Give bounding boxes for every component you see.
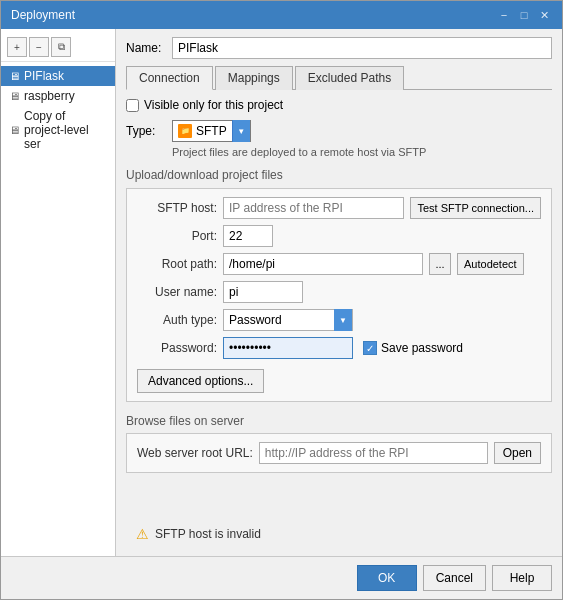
web-root-row: Web server root URL: Open — [137, 442, 541, 464]
type-dropdown-btn[interactable]: ▼ — [232, 120, 250, 142]
sidebar-item-label: PIFlask — [24, 69, 64, 83]
browse-form: Web server root URL: Open — [126, 433, 552, 473]
upload-form-section: SFTP host: Test SFTP connection... Port:… — [126, 188, 552, 402]
dialog-footer: OK Cancel Help — [1, 556, 562, 599]
test-sftp-button[interactable]: Test SFTP connection... — [410, 197, 541, 219]
status-bar: ⚠ SFTP host is invalid — [126, 520, 552, 548]
title-controls: − □ ✕ — [496, 7, 552, 23]
sidebar-toolbar: + − ⧉ — [1, 33, 115, 62]
advanced-options-button[interactable]: Advanced options... — [137, 369, 264, 393]
server-icon: 🖥 — [9, 124, 20, 136]
sidebar-item-label: raspberry — [24, 89, 75, 103]
save-password-checkbox[interactable]: ✓ — [363, 341, 377, 355]
tab-connection[interactable]: Connection — [126, 66, 213, 90]
type-label: Type: — [126, 124, 166, 138]
tab-excluded-paths[interactable]: Excluded Paths — [295, 66, 404, 90]
root-path-input[interactable] — [223, 253, 423, 275]
dialog-body: + − ⧉ 🖥 PIFlask 🖥 raspberry 🖥 Copy of pr… — [1, 29, 562, 556]
auth-type-value: Password — [224, 313, 334, 327]
sftp-host-row: SFTP host: Test SFTP connection... — [137, 197, 541, 219]
save-password-row: ✓ Save password — [363, 341, 463, 355]
open-button[interactable]: Open — [494, 442, 541, 464]
port-label: Port: — [137, 229, 217, 243]
visible-only-row: Visible only for this project — [126, 98, 552, 112]
upload-section-label: Upload/download project files — [126, 168, 552, 182]
password-label: Password: — [137, 341, 217, 355]
sftp-icon: 📁 — [178, 124, 192, 138]
browse-section-label: Browse files on server — [126, 414, 552, 428]
web-root-label: Web server root URL: — [137, 446, 253, 460]
auth-type-select[interactable]: Password ▼ — [223, 309, 353, 331]
type-row: Type: 📁 SFTP ▼ — [126, 120, 552, 142]
status-text: SFTP host is invalid — [155, 527, 261, 541]
root-path-label: Root path: — [137, 257, 217, 271]
web-root-input[interactable] — [259, 442, 488, 464]
sidebar: + − ⧉ 🖥 PIFlask 🖥 raspberry 🖥 Copy of pr… — [1, 29, 116, 556]
server-icon: 🖥 — [9, 70, 20, 82]
sftp-host-input[interactable] — [223, 197, 404, 219]
help-button[interactable]: Help — [492, 565, 552, 591]
maximize-button[interactable]: □ — [516, 7, 532, 23]
warning-icon: ⚠ — [136, 526, 149, 542]
root-path-row: Root path: ... Autodetect — [137, 253, 541, 275]
advanced-btn-row: Advanced options... — [137, 365, 541, 393]
deployment-dialog: Deployment − □ ✕ + − ⧉ 🖥 PIFlask 🖥 raspb… — [0, 0, 563, 600]
cancel-button[interactable]: Cancel — [423, 565, 486, 591]
sidebar-item-copy[interactable]: 🖥 Copy of project-level ser — [1, 106, 115, 154]
password-input[interactable] — [223, 337, 353, 359]
browse-section: Browse files on server Web server root U… — [126, 414, 552, 473]
port-input[interactable] — [223, 225, 273, 247]
auth-dropdown-icon[interactable]: ▼ — [334, 309, 352, 331]
user-name-label: User name: — [137, 285, 217, 299]
ok-button[interactable]: OK — [357, 565, 417, 591]
copy-deployment-button[interactable]: ⧉ — [51, 37, 71, 57]
type-value: SFTP — [196, 124, 227, 138]
dialog-title: Deployment — [11, 8, 75, 22]
save-password-label: Save password — [381, 341, 463, 355]
add-deployment-button[interactable]: + — [7, 37, 27, 57]
root-path-browse-button[interactable]: ... — [429, 253, 451, 275]
visible-only-label: Visible only for this project — [144, 98, 283, 112]
remove-deployment-button[interactable]: − — [29, 37, 49, 57]
user-name-input[interactable] — [223, 281, 303, 303]
name-row: Name: — [126, 37, 552, 59]
auth-type-label: Auth type: — [137, 313, 217, 327]
password-row: Password: ✓ Save password — [137, 337, 541, 359]
sidebar-item-raspberry[interactable]: 🖥 raspberry — [1, 86, 115, 106]
port-row: Port: — [137, 225, 541, 247]
tab-mappings[interactable]: Mappings — [215, 66, 293, 90]
name-label: Name: — [126, 41, 166, 55]
sidebar-item-label: Copy of project-level ser — [24, 109, 107, 151]
server-icon: 🖥 — [9, 90, 20, 102]
sftp-host-label: SFTP host: — [137, 201, 217, 215]
type-select[interactable]: 📁 SFTP ▼ — [172, 120, 251, 142]
name-input[interactable] — [172, 37, 552, 59]
user-name-row: User name: — [137, 281, 541, 303]
title-bar: Deployment − □ ✕ — [1, 1, 562, 29]
close-button[interactable]: ✕ — [536, 7, 552, 23]
visible-only-checkbox[interactable] — [126, 99, 139, 112]
main-content: Name: Connection Mappings Excluded Paths… — [116, 29, 562, 556]
tabs: Connection Mappings Excluded Paths — [126, 65, 552, 90]
sidebar-item-piflask[interactable]: 🖥 PIFlask — [1, 66, 115, 86]
auth-type-row: Auth type: Password ▼ — [137, 309, 541, 331]
minimize-button[interactable]: − — [496, 7, 512, 23]
type-select-inner: 📁 SFTP — [173, 124, 232, 138]
autodetect-button[interactable]: Autodetect — [457, 253, 524, 275]
type-description: Project files are deployed to a remote h… — [172, 146, 552, 158]
